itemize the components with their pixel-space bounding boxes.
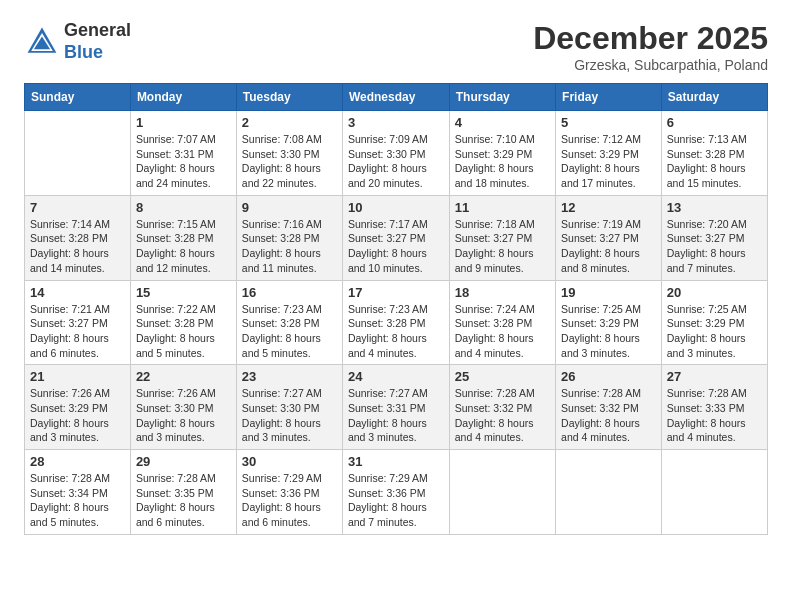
day-number: 7 [30,200,125,215]
day-number: 12 [561,200,656,215]
day-number: 13 [667,200,762,215]
day-info: Sunrise: 7:14 AM Sunset: 3:28 PM Dayligh… [30,217,125,276]
day-header-sunday: Sunday [25,84,131,111]
calendar-cell: 14Sunrise: 7:21 AM Sunset: 3:27 PM Dayli… [25,280,131,365]
day-number: 25 [455,369,550,384]
calendar-cell: 1Sunrise: 7:07 AM Sunset: 3:31 PM Daylig… [130,111,236,196]
calendar-cell [556,450,662,535]
day-number: 3 [348,115,444,130]
calendar-body: 1Sunrise: 7:07 AM Sunset: 3:31 PM Daylig… [25,111,768,535]
day-number: 8 [136,200,231,215]
day-info: Sunrise: 7:28 AM Sunset: 3:32 PM Dayligh… [455,386,550,445]
day-number: 31 [348,454,444,469]
day-info: Sunrise: 7:25 AM Sunset: 3:29 PM Dayligh… [667,302,762,361]
day-info: Sunrise: 7:23 AM Sunset: 3:28 PM Dayligh… [348,302,444,361]
day-info: Sunrise: 7:26 AM Sunset: 3:29 PM Dayligh… [30,386,125,445]
day-info: Sunrise: 7:22 AM Sunset: 3:28 PM Dayligh… [136,302,231,361]
day-info: Sunrise: 7:18 AM Sunset: 3:27 PM Dayligh… [455,217,550,276]
day-number: 24 [348,369,444,384]
day-number: 9 [242,200,337,215]
calendar-cell: 10Sunrise: 7:17 AM Sunset: 3:27 PM Dayli… [342,195,449,280]
day-header-wednesday: Wednesday [342,84,449,111]
day-header-monday: Monday [130,84,236,111]
day-number: 19 [561,285,656,300]
day-header-thursday: Thursday [449,84,555,111]
calendar-cell [25,111,131,196]
logo-icon [24,24,60,60]
day-number: 21 [30,369,125,384]
page-header: General Blue December 2025 Grzeska, Subc… [24,20,768,73]
calendar-cell: 2Sunrise: 7:08 AM Sunset: 3:30 PM Daylig… [236,111,342,196]
day-info: Sunrise: 7:17 AM Sunset: 3:27 PM Dayligh… [348,217,444,276]
day-info: Sunrise: 7:24 AM Sunset: 3:28 PM Dayligh… [455,302,550,361]
day-number: 1 [136,115,231,130]
calendar-cell: 9Sunrise: 7:16 AM Sunset: 3:28 PM Daylig… [236,195,342,280]
day-info: Sunrise: 7:28 AM Sunset: 3:33 PM Dayligh… [667,386,762,445]
calendar-week-5: 28Sunrise: 7:28 AM Sunset: 3:34 PM Dayli… [25,450,768,535]
day-info: Sunrise: 7:13 AM Sunset: 3:28 PM Dayligh… [667,132,762,191]
day-info: Sunrise: 7:08 AM Sunset: 3:30 PM Dayligh… [242,132,337,191]
calendar-cell: 3Sunrise: 7:09 AM Sunset: 3:30 PM Daylig… [342,111,449,196]
day-number: 26 [561,369,656,384]
day-number: 11 [455,200,550,215]
calendar-cell: 27Sunrise: 7:28 AM Sunset: 3:33 PM Dayli… [661,365,767,450]
calendar-cell: 8Sunrise: 7:15 AM Sunset: 3:28 PM Daylig… [130,195,236,280]
calendar-cell: 28Sunrise: 7:28 AM Sunset: 3:34 PM Dayli… [25,450,131,535]
day-info: Sunrise: 7:27 AM Sunset: 3:31 PM Dayligh… [348,386,444,445]
logo: General Blue [24,20,131,63]
calendar-cell: 22Sunrise: 7:26 AM Sunset: 3:30 PM Dayli… [130,365,236,450]
day-number: 4 [455,115,550,130]
calendar-cell: 17Sunrise: 7:23 AM Sunset: 3:28 PM Dayli… [342,280,449,365]
day-number: 29 [136,454,231,469]
calendar-cell: 30Sunrise: 7:29 AM Sunset: 3:36 PM Dayli… [236,450,342,535]
day-number: 16 [242,285,337,300]
day-number: 22 [136,369,231,384]
logo-text: General Blue [64,20,131,63]
calendar-cell: 23Sunrise: 7:27 AM Sunset: 3:30 PM Dayli… [236,365,342,450]
day-info: Sunrise: 7:28 AM Sunset: 3:34 PM Dayligh… [30,471,125,530]
day-number: 18 [455,285,550,300]
day-info: Sunrise: 7:25 AM Sunset: 3:29 PM Dayligh… [561,302,656,361]
day-number: 28 [30,454,125,469]
day-info: Sunrise: 7:15 AM Sunset: 3:28 PM Dayligh… [136,217,231,276]
calendar-header-row: SundayMondayTuesdayWednesdayThursdayFrid… [25,84,768,111]
day-info: Sunrise: 7:29 AM Sunset: 3:36 PM Dayligh… [242,471,337,530]
calendar-cell: 5Sunrise: 7:12 AM Sunset: 3:29 PM Daylig… [556,111,662,196]
day-number: 5 [561,115,656,130]
day-info: Sunrise: 7:26 AM Sunset: 3:30 PM Dayligh… [136,386,231,445]
day-info: Sunrise: 7:28 AM Sunset: 3:32 PM Dayligh… [561,386,656,445]
title-block: December 2025 Grzeska, Subcarpathia, Pol… [533,20,768,73]
day-info: Sunrise: 7:16 AM Sunset: 3:28 PM Dayligh… [242,217,337,276]
calendar-week-4: 21Sunrise: 7:26 AM Sunset: 3:29 PM Dayli… [25,365,768,450]
calendar-cell [661,450,767,535]
day-number: 30 [242,454,337,469]
day-header-saturday: Saturday [661,84,767,111]
day-info: Sunrise: 7:27 AM Sunset: 3:30 PM Dayligh… [242,386,337,445]
calendar-cell: 16Sunrise: 7:23 AM Sunset: 3:28 PM Dayli… [236,280,342,365]
day-info: Sunrise: 7:09 AM Sunset: 3:30 PM Dayligh… [348,132,444,191]
day-number: 23 [242,369,337,384]
day-info: Sunrise: 7:21 AM Sunset: 3:27 PM Dayligh… [30,302,125,361]
day-number: 6 [667,115,762,130]
calendar-cell: 20Sunrise: 7:25 AM Sunset: 3:29 PM Dayli… [661,280,767,365]
calendar-cell: 7Sunrise: 7:14 AM Sunset: 3:28 PM Daylig… [25,195,131,280]
calendar-cell: 6Sunrise: 7:13 AM Sunset: 3:28 PM Daylig… [661,111,767,196]
location: Grzeska, Subcarpathia, Poland [533,57,768,73]
calendar-week-3: 14Sunrise: 7:21 AM Sunset: 3:27 PM Dayli… [25,280,768,365]
day-info: Sunrise: 7:20 AM Sunset: 3:27 PM Dayligh… [667,217,762,276]
calendar-cell: 4Sunrise: 7:10 AM Sunset: 3:29 PM Daylig… [449,111,555,196]
calendar-cell: 13Sunrise: 7:20 AM Sunset: 3:27 PM Dayli… [661,195,767,280]
day-info: Sunrise: 7:29 AM Sunset: 3:36 PM Dayligh… [348,471,444,530]
day-number: 2 [242,115,337,130]
day-number: 10 [348,200,444,215]
day-number: 20 [667,285,762,300]
calendar-cell: 15Sunrise: 7:22 AM Sunset: 3:28 PM Dayli… [130,280,236,365]
day-info: Sunrise: 7:23 AM Sunset: 3:28 PM Dayligh… [242,302,337,361]
calendar-cell: 21Sunrise: 7:26 AM Sunset: 3:29 PM Dayli… [25,365,131,450]
calendar-cell: 29Sunrise: 7:28 AM Sunset: 3:35 PM Dayli… [130,450,236,535]
day-info: Sunrise: 7:19 AM Sunset: 3:27 PM Dayligh… [561,217,656,276]
calendar-week-1: 1Sunrise: 7:07 AM Sunset: 3:31 PM Daylig… [25,111,768,196]
calendar-cell: 11Sunrise: 7:18 AM Sunset: 3:27 PM Dayli… [449,195,555,280]
day-number: 15 [136,285,231,300]
day-info: Sunrise: 7:28 AM Sunset: 3:35 PM Dayligh… [136,471,231,530]
